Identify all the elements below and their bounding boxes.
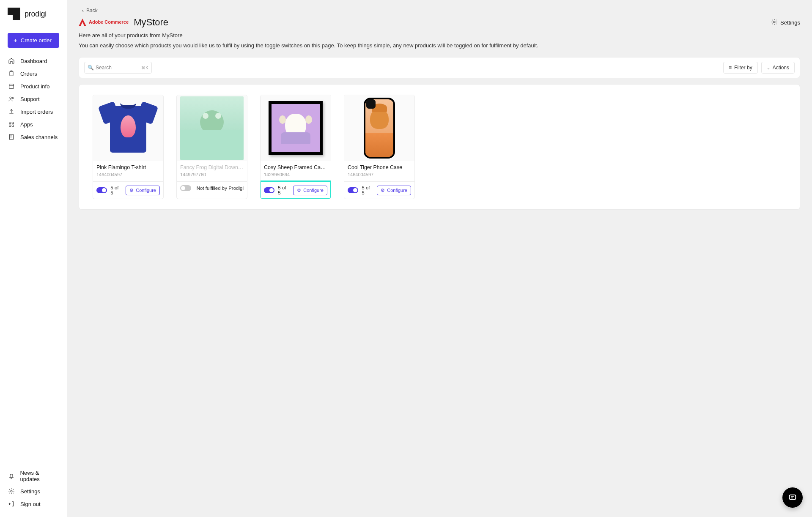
chat-icon: [788, 493, 797, 502]
page-description-1: Here are all of your products from MySto…: [79, 31, 800, 40]
filter-icon: ≡: [729, 65, 732, 71]
people-icon: [8, 95, 15, 103]
nav-label: Dashboard: [20, 58, 47, 64]
variant-count: 5 of 5: [278, 185, 290, 195]
page-header: Adobe Commerce MyStore Settings: [79, 17, 800, 28]
grid-icon: [8, 120, 15, 128]
actions-button[interactable]: ⌄ Actions: [761, 62, 795, 74]
actions-label: Actions: [773, 65, 789, 71]
nav-label: Apps: [20, 121, 33, 128]
nav-label: Import orders: [20, 109, 53, 115]
product-grid: Pink Flamingo T-shirt 1464004597 5 of 5 …: [93, 95, 786, 199]
brand-name: prodigi: [25, 10, 47, 19]
configure-button[interactable]: ⚙ Configure: [377, 186, 411, 195]
configure-label: Configure: [303, 188, 324, 193]
filter-button[interactable]: ≡ Filter by: [723, 62, 758, 74]
products-panel: Pink Flamingo T-shirt 1464004597 5 of 5 …: [79, 84, 800, 210]
configure-button[interactable]: ⚙ Configure: [293, 186, 327, 195]
fulfilment-toggle[interactable]: [348, 187, 358, 193]
configure-button[interactable]: ⚙ Configure: [126, 186, 160, 195]
product-footer: 5 of 5 ⚙ Configure: [93, 181, 163, 199]
clipboard-icon: [8, 70, 15, 77]
nav-label: Support: [20, 96, 40, 102]
product-title: Fancy Frog Digital Download: [180, 164, 244, 170]
back-link[interactable]: ‹ Back: [82, 8, 800, 14]
page-settings-button[interactable]: Settings: [771, 19, 800, 27]
chevron-left-icon: ‹: [82, 8, 84, 14]
chevron-down-icon: ⌄: [767, 66, 770, 70]
brand-logo[interactable]: prodigi: [0, 8, 67, 33]
product-title: Cool Tiger Phone Case: [348, 164, 411, 170]
nav-label: Settings: [20, 488, 40, 495]
gear-icon: [8, 487, 15, 495]
nav-dashboard[interactable]: Dashboard: [8, 57, 59, 65]
nav-product-info[interactable]: Product info: [8, 82, 59, 90]
nav-label: Orders: [20, 71, 37, 77]
building-icon: [8, 133, 15, 141]
create-order-label: Create order: [21, 37, 52, 44]
not-fulfilled-label: Not fulfilled by Prodigi: [197, 186, 244, 191]
product-footer: 5 of 5 ⚙ Configure: [261, 181, 331, 199]
configure-label: Configure: [136, 188, 156, 193]
toolbar-panel: 🔍 ⌘K ≡ Filter by ⌄ Actions: [79, 57, 800, 78]
adobe-icon: [79, 19, 86, 26]
product-footer: 5 of 5 ⚙ Configure: [344, 181, 414, 199]
product-thumbnail[interactable]: [261, 95, 331, 161]
product-thumbnail[interactable]: [344, 95, 414, 161]
sidebar: prodigi + Create order Dashboard Orders …: [0, 0, 67, 517]
svg-rect-2: [9, 84, 14, 89]
product-thumbnail[interactable]: [177, 95, 247, 161]
nav-import-orders[interactable]: Import orders: [8, 108, 59, 115]
variant-count: 5 of 5: [362, 185, 373, 195]
product-card: Cool Tiger Phone Case 1464004597 5 of 5 …: [344, 95, 415, 199]
product-card: Cosy Sheep Framed Canvas 1428950694 5 of…: [260, 95, 331, 199]
nav-apps[interactable]: Apps: [8, 120, 59, 128]
back-label: Back: [86, 8, 98, 14]
nav-label: News & updates: [20, 470, 59, 482]
nav-label: Product info: [20, 83, 49, 90]
configure-label: Configure: [387, 188, 407, 193]
product-footer: Not fulfilled by Prodigi: [177, 181, 247, 194]
brand-mark-icon: [8, 8, 20, 20]
fulfilment-toggle[interactable]: [180, 185, 191, 191]
secondary-nav: News & updates Settings Sign out: [0, 470, 67, 509]
nav-news[interactable]: News & updates: [8, 470, 59, 482]
search-field-wrap: 🔍 ⌘K: [84, 62, 152, 74]
fulfilment-toggle[interactable]: [264, 187, 274, 193]
product-thumbnail[interactable]: [93, 95, 163, 161]
nav-support[interactable]: Support: [8, 95, 59, 103]
home-icon: [8, 57, 15, 65]
search-icon: 🔍: [88, 65, 94, 71]
store-title: MyStore: [134, 17, 168, 28]
svg-rect-5: [9, 122, 11, 124]
product-card: Fancy Frog Digital Download 1449797780 N…: [176, 95, 247, 199]
nav-orders[interactable]: Orders: [8, 70, 59, 77]
fulfilment-toggle[interactable]: [96, 187, 107, 193]
integration-name: Adobe Commerce: [89, 20, 129, 25]
product-title: Cosy Sheep Framed Canvas: [264, 164, 327, 170]
svg-point-4: [12, 97, 14, 98]
gear-icon: ⚙: [381, 188, 385, 193]
plus-icon: +: [14, 37, 17, 44]
create-order-button[interactable]: + Create order: [8, 33, 59, 48]
nav-sign-out[interactable]: Sign out: [8, 500, 59, 508]
gear-icon: [771, 19, 778, 27]
product-sku: 1428950694: [264, 172, 327, 177]
product-sku: 1464004597: [348, 172, 411, 177]
nav-label: Sales channels: [20, 134, 58, 140]
product-sku: 1449797780: [180, 172, 244, 177]
gear-icon: ⚙: [297, 188, 301, 193]
product-title: Pink Flamingo T-shirt: [96, 164, 160, 170]
svg-rect-12: [790, 495, 796, 500]
svg-point-11: [774, 21, 775, 23]
chat-fab[interactable]: [782, 487, 803, 508]
main-content: ‹ Back Adobe Commerce MyStore Settings H…: [67, 0, 812, 517]
nav-settings[interactable]: Settings: [8, 487, 59, 495]
svg-point-10: [11, 490, 12, 492]
svg-rect-8: [12, 125, 14, 126]
product-sku: 1464004597: [96, 172, 160, 177]
svg-rect-6: [12, 122, 14, 124]
filter-label: Filter by: [734, 65, 752, 71]
svg-rect-9: [9, 134, 13, 140]
nav-sales-channels[interactable]: Sales channels: [8, 133, 59, 141]
